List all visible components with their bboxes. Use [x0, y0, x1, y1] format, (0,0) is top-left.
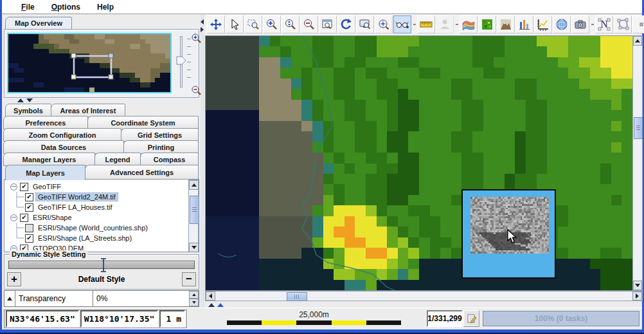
tab-compass[interactable]: Compass [140, 153, 199, 166]
slider-tick-marks [187, 39, 191, 85]
tree-scrollbar[interactable] [188, 180, 199, 252]
spinner-up-icon[interactable] [189, 291, 199, 299]
edit-note-icon [467, 313, 477, 324]
map-vscrollbar-thumb[interactable] [634, 117, 643, 139]
tree-row-la-houses[interactable]: ✔ GeoTIFF LA_Houses.tif [8, 202, 199, 212]
text-annotation-icon[interactable]: N [595, 15, 613, 33]
transparency-value[interactable]: 0% [93, 291, 189, 306]
glasses-magnify-icon[interactable] [393, 15, 411, 33]
refresh-icon[interactable] [337, 15, 355, 33]
panel-splitter-arrows[interactable] [17, 98, 34, 103]
tab-data-sources[interactable]: Data Sources [3, 140, 124, 154]
tab-areas-of-interest[interactable]: Areas of Interest [51, 104, 125, 117]
zoom-rectangle-icon[interactable] [244, 15, 262, 33]
splitter-collapse-left-icon[interactable] [201, 19, 204, 24]
user-disabled-icon[interactable] [436, 15, 454, 33]
zoom-in-icon[interactable] [263, 15, 281, 33]
tab-symbols[interactable]: Symbols [5, 104, 51, 117]
tree-row-la-streets[interactable]: ✔ ESRI/Shape (LA_Streets.shp) [8, 233, 199, 243]
scroll-up-button[interactable] [633, 36, 642, 46]
tab-manager-layers[interactable]: Manager Layers [3, 153, 95, 166]
zoom-out-magnifier-icon[interactable] [191, 85, 202, 97]
bar-chart-icon[interactable] [515, 15, 533, 33]
tab-preferences[interactable]: Preferences [3, 116, 88, 129]
transparency-spinner[interactable] [189, 291, 199, 306]
overview-selection-rect[interactable] [8, 34, 173, 95]
tab-map-overview[interactable]: Map Overview [5, 17, 72, 30]
spinner-down-icon[interactable] [189, 299, 199, 306]
pan-icon[interactable] [207, 15, 225, 33]
land-cover-icon[interactable] [478, 15, 496, 33]
map-area [204, 35, 642, 308]
checkbox-checked-icon[interactable]: ✔ [25, 203, 33, 212]
menu-file[interactable]: File [21, 3, 35, 12]
tree-connector [8, 223, 25, 233]
line-chart-icon[interactable] [534, 15, 552, 33]
tab-coordinate-system[interactable]: Coordinate System [87, 116, 199, 129]
select-cursor-icon[interactable] [226, 15, 244, 33]
sort-arrow-icon[interactable] [4, 291, 15, 306]
scroll-right-button[interactable] [632, 292, 642, 301]
zoom-center-icon[interactable] [375, 15, 393, 33]
inset-detail-image [470, 197, 549, 254]
tab-grid-settings[interactable]: Grid Settings [121, 128, 199, 142]
overview-zoom-slider-thumb[interactable] [175, 55, 187, 66]
longitude-readout: W118°10'17.35" [80, 310, 159, 328]
checkbox-checked-icon[interactable]: ✔ [20, 214, 28, 222]
map-toolbar: N [204, 14, 642, 35]
toolbar-separator [412, 16, 417, 33]
bottom-splitter-arrows[interactable] [208, 302, 225, 308]
point-annotation-icon[interactable] [632, 15, 644, 33]
zoom-in-magnifier-icon[interactable] [191, 33, 202, 44]
zoom-window-icon[interactable] [319, 15, 337, 33]
tree-connector [8, 202, 25, 212]
zoom-screen-icon[interactable] [356, 15, 374, 33]
checkbox-unchecked-icon[interactable] [25, 224, 33, 232]
zoom-updown-icon[interactable] [282, 15, 300, 33]
collapse-handle-icon[interactable] [10, 183, 17, 190]
globe-icon[interactable] [553, 15, 571, 33]
add-style-button[interactable]: + [7, 272, 21, 286]
tree-row-esri-shape[interactable]: ✔ ESRI/Shape [8, 212, 199, 223]
map-viewport[interactable] [205, 35, 633, 291]
scroll-down-button[interactable] [189, 243, 199, 252]
camera-icon[interactable] [571, 15, 589, 33]
scale-ratio-field[interactable]: 1/331,299 [427, 310, 463, 327]
remove-style-button[interactable]: − [182, 272, 196, 286]
tree-scrollbar-thumb[interactable] [190, 196, 199, 224]
transparency-label: Transparency [15, 291, 93, 306]
terrain-photo-icon[interactable] [497, 15, 515, 33]
collapse-handle-icon[interactable] [10, 214, 17, 221]
magnifier-inset[interactable] [461, 189, 556, 279]
map-hscrollbar[interactable] [205, 291, 643, 301]
tree-row-world-countries[interactable]: ESRI/Shape (World_countries.shp) [8, 223, 199, 233]
tab-map-layers[interactable]: Map Layers [5, 165, 85, 180]
tab-printing[interactable]: Printing [123, 140, 199, 154]
scroll-down-button[interactable] [633, 281, 642, 290]
scroll-up-button[interactable] [189, 180, 199, 190]
polygon-annotation-icon[interactable] [614, 15, 632, 33]
menu-options[interactable]: Options [51, 3, 80, 12]
mouse-cursor-icon [506, 229, 518, 245]
edit-scale-button[interactable] [463, 310, 479, 327]
latitude-readout: N33°46'15.63" [6, 310, 79, 328]
menu-help[interactable]: Help [97, 3, 114, 12]
map-hscrollbar-thumb[interactable] [287, 292, 307, 301]
scroll-left-button[interactable] [206, 292, 215, 301]
scale-bar [227, 320, 401, 325]
map-vscrollbar[interactable] [632, 35, 643, 291]
tab-legend[interactable]: Legend [94, 153, 141, 166]
checkbox-checked-icon[interactable]: ✔ [20, 183, 28, 191]
ruler-icon[interactable] [417, 15, 435, 33]
coastline-overlay [206, 36, 632, 290]
tab-advanced-settings[interactable]: Advanced Settings [85, 165, 199, 180]
layers-icon[interactable] [460, 15, 478, 33]
tab-zoom-configuration[interactable]: Zoom Configuration [3, 128, 121, 142]
checkbox-checked-icon[interactable]: ✔ [25, 193, 33, 201]
zoom-out-icon[interactable] [300, 15, 318, 33]
group-title: Dynamic Style Setting [10, 250, 88, 258]
splitter-collapse-right-icon[interactable] [201, 27, 204, 32]
checkbox-checked-icon[interactable]: ✔ [25, 234, 33, 243]
tree-row-geotiff[interactable]: ✔ GeoTIFF [8, 181, 199, 192]
tree-row-world2-24m[interactable]: ✔ GeoTIFF World2_24M.tif [8, 192, 199, 202]
